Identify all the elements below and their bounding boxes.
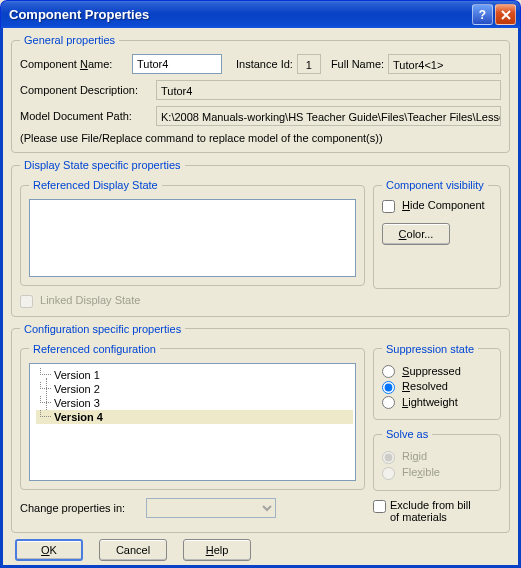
color-button[interactable]: Color... bbox=[382, 223, 450, 245]
config-version-item[interactable]: Version 4 bbox=[36, 410, 353, 424]
component-name-label: Component Name: bbox=[20, 58, 128, 70]
flexible-radio bbox=[382, 467, 395, 480]
ref-config-legend: Referenced configuration bbox=[29, 343, 160, 355]
linked-display-state-checkbox bbox=[20, 295, 33, 308]
rigid-radio bbox=[382, 451, 395, 464]
referenced-display-state-group: Referenced Display State bbox=[20, 179, 365, 286]
suppression-state-group: Suppression state Suppressed Resolved Li… bbox=[373, 343, 501, 421]
close-titlebar-button[interactable] bbox=[495, 4, 516, 25]
full-name-label: Full Name: bbox=[331, 58, 384, 70]
exclude-bom-checkbox[interactable] bbox=[373, 500, 386, 513]
referenced-configuration-group: Referenced configuration Version 1Versio… bbox=[20, 343, 365, 490]
ok-button[interactable]: OK bbox=[15, 539, 83, 561]
exclude-bom-checkbox-label[interactable]: Exclude from bill of materials bbox=[373, 499, 501, 523]
suppressed-radio-label[interactable]: Suppressed bbox=[382, 365, 492, 379]
solve-as-legend: Solve as bbox=[382, 428, 432, 440]
component-name-input[interactable] bbox=[132, 54, 222, 74]
rigid-radio-label: Rigid bbox=[382, 450, 492, 464]
hide-component-checkbox[interactable] bbox=[382, 200, 395, 213]
lightweight-radio-label[interactable]: Lightweight bbox=[382, 396, 492, 410]
general-legend: General properties bbox=[20, 34, 119, 46]
change-properties-select bbox=[146, 498, 276, 518]
flexible-radio-label: Flexible bbox=[382, 466, 492, 480]
solve-as-group: Solve as Rigid Flexible bbox=[373, 428, 501, 490]
suppression-legend: Suppression state bbox=[382, 343, 478, 355]
config-version-item[interactable]: Version 3 bbox=[36, 396, 353, 410]
ref-display-legend: Referenced Display State bbox=[29, 179, 162, 191]
window-title: Component Properties bbox=[9, 7, 470, 22]
referenced-configuration-list[interactable]: Version 1Version 2Version 3Version 4 bbox=[29, 363, 356, 481]
lightweight-radio[interactable] bbox=[382, 396, 395, 409]
full-name-field: Tutor4<1> bbox=[388, 54, 501, 74]
help-button[interactable]: Help bbox=[183, 539, 251, 561]
referenced-display-state-list[interactable] bbox=[29, 199, 356, 277]
component-description-label: Component Description: bbox=[20, 84, 152, 96]
replace-note: (Please use File/Replace command to repl… bbox=[20, 132, 501, 144]
display-state-legend: Display State specific properties bbox=[20, 159, 185, 171]
hide-component-checkbox-label[interactable]: Hide Component bbox=[382, 199, 492, 213]
configuration-group: Configuration specific properties Refere… bbox=[11, 323, 510, 533]
dialog-body: General properties Component Name: Insta… bbox=[0, 28, 521, 568]
resolved-radio-label[interactable]: Resolved bbox=[382, 380, 492, 394]
cancel-button[interactable]: Cancel bbox=[99, 539, 167, 561]
configuration-legend: Configuration specific properties bbox=[20, 323, 185, 335]
component-visibility-legend: Component visibility bbox=[382, 179, 488, 191]
resolved-radio[interactable] bbox=[382, 381, 395, 394]
linked-display-state-checkbox-label: Linked Display State bbox=[20, 294, 140, 306]
suppressed-radio[interactable] bbox=[382, 365, 395, 378]
model-path-field: K:\2008 Manuals-working\HS Teacher Guide… bbox=[156, 106, 501, 126]
model-path-label: Model Document Path: bbox=[20, 110, 152, 122]
instance-id-label: Instance Id: bbox=[236, 58, 293, 70]
exclude-bom-text: Exclude from bill of materials bbox=[390, 499, 471, 523]
change-properties-label: Change properties in: bbox=[20, 502, 142, 514]
titlebar: Component Properties ? bbox=[0, 0, 521, 28]
config-version-item[interactable]: Version 1 bbox=[36, 368, 353, 382]
instance-id-field: 1 bbox=[297, 54, 321, 74]
general-properties-group: General properties Component Name: Insta… bbox=[11, 34, 510, 153]
help-titlebar-button[interactable]: ? bbox=[472, 4, 493, 25]
config-version-item[interactable]: Version 2 bbox=[36, 382, 353, 396]
display-state-group: Display State specific properties Refere… bbox=[11, 159, 510, 317]
component-visibility-group: Component visibility Hide Component Colo… bbox=[373, 179, 501, 289]
component-description-field: Tutor4 bbox=[156, 80, 501, 100]
